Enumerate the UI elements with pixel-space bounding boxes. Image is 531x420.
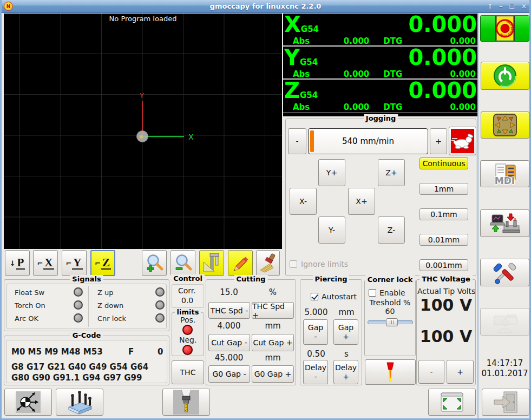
view-y-label: Y bbox=[72, 257, 82, 270]
thc-actual-volts: 100 V bbox=[417, 296, 475, 314]
torch-on-led bbox=[74, 300, 83, 310]
cut-gap-plus-button[interactable]: Cut Gap + bbox=[252, 334, 294, 351]
pierce-gap-plus-button[interactable]: Gap + bbox=[333, 319, 358, 345]
jog-x-minus-button[interactable]: X- bbox=[290, 188, 317, 215]
dro-row-z[interactable]: Z G54 0.000 Abs 0.000 DTG 0.000 bbox=[283, 80, 478, 113]
tool-change-icon bbox=[172, 390, 200, 415]
signals-divider bbox=[88, 286, 89, 327]
arrow-down-icon: ↓ bbox=[10, 259, 16, 267]
minimize-icon[interactable]: – bbox=[499, 3, 502, 10]
fullscreen-button[interactable] bbox=[428, 389, 476, 416]
jog-speed-value: 540 mm/min bbox=[342, 136, 394, 146]
jog-increment-continuous[interactable]: Continuous bbox=[419, 158, 468, 169]
threshold-slider[interactable] bbox=[368, 320, 413, 324]
zoom-out-icon bbox=[173, 253, 193, 273]
jog-z-plus-button[interactable]: Z+ bbox=[378, 159, 405, 186]
threshold-slider-handle[interactable] bbox=[386, 318, 398, 326]
dro-abs-value: 0.000 bbox=[310, 102, 369, 112]
g0-gap-plus-button[interactable]: G0 Gap + bbox=[252, 365, 294, 383]
user-settings-button[interactable] bbox=[480, 308, 529, 336]
touch-off-button[interactable] bbox=[4, 389, 52, 416]
clock-time: 14:17:17 bbox=[480, 358, 529, 369]
view-x-button[interactable]: ⌐ X bbox=[33, 250, 58, 276]
jog-y-minus-button[interactable]: Y- bbox=[318, 216, 345, 244]
view-y-button[interactable]: ⌐ Y bbox=[62, 250, 87, 276]
piercing-title: Piercing bbox=[313, 275, 350, 283]
titlebar[interactable]: N gmoccapy for linuxcnc 2.2.0 ↑ – ☐ ✕ bbox=[0, 0, 531, 13]
exit-icon bbox=[492, 390, 519, 414]
volts-plus-button[interactable]: + bbox=[447, 360, 474, 384]
gremlin-preview[interactable]: No Program loaded Y X bbox=[4, 14, 282, 249]
touch-off-icon bbox=[15, 390, 42, 414]
dro-system: G54 bbox=[300, 57, 318, 67]
jog-increment-0p1mm[interactable]: 0.1mm bbox=[419, 208, 468, 220]
autostart-checkbox[interactable] bbox=[311, 293, 318, 300]
jog-increment-0p001mm[interactable]: 0.001mm bbox=[419, 259, 468, 271]
exit-button[interactable] bbox=[482, 389, 529, 416]
view-z-button[interactable]: ⌐ Z bbox=[90, 250, 115, 276]
dro-system: G54 bbox=[300, 90, 318, 100]
cnr-lock-led bbox=[155, 313, 165, 323]
dro-panel[interactable]: X G54 0.000 Abs 0.000 DTG 0.000 Y G54 0.… bbox=[283, 14, 478, 116]
dro-axis-letter: Z bbox=[284, 80, 300, 101]
clear-plot-button[interactable] bbox=[256, 250, 280, 276]
ignore-limits-checkbox[interactable] bbox=[290, 260, 297, 268]
corner-lock-enable-checkbox[interactable] bbox=[369, 289, 376, 297]
jog-increment-0p01mm[interactable]: 0.01mm bbox=[419, 234, 468, 246]
autostart-label: Autostart bbox=[322, 292, 357, 301]
torch-button[interactable] bbox=[365, 359, 416, 385]
auto-mode-button[interactable] bbox=[480, 209, 529, 237]
touch-plate-button[interactable] bbox=[56, 389, 103, 416]
signal-label: Arc OK bbox=[15, 314, 38, 323]
settings-button[interactable] bbox=[480, 259, 529, 286]
z-up-led bbox=[155, 287, 165, 297]
corr-value: 0.0 bbox=[181, 296, 193, 305]
pencil-button[interactable] bbox=[228, 250, 253, 276]
estop-button[interactable]: Emergency-Stop bbox=[480, 15, 529, 42]
zoom-out-button[interactable] bbox=[171, 250, 195, 276]
close-icon[interactable]: ✕ bbox=[521, 3, 527, 10]
jog-speed-minus-button[interactable]: - bbox=[288, 128, 306, 154]
shade-icon[interactable]: ↑ bbox=[487, 3, 493, 10]
torch-icon bbox=[381, 362, 399, 383]
thc-speed-plus-button[interactable]: THC Spd + bbox=[252, 302, 294, 319]
jog-speed-slider[interactable]: 540 mm/min bbox=[308, 128, 428, 154]
jog-speed-handle[interactable] bbox=[310, 130, 314, 152]
jog-speed-plus-button[interactable]: + bbox=[430, 128, 447, 154]
dro-abs-value: 0.000 bbox=[310, 36, 369, 46]
minus-sign: - bbox=[314, 332, 317, 342]
pierce-delay-minus-button[interactable]: Delay - bbox=[303, 360, 328, 384]
pierce-delay-plus-button[interactable]: Delay + bbox=[333, 360, 358, 384]
dro-row-y[interactable]: Y G54 0.000 Abs 0.000 DTG 0.000 bbox=[283, 47, 478, 80]
view-p-button[interactable]: ↓ P bbox=[5, 250, 30, 276]
corner-lock-title: Corner lock bbox=[365, 275, 415, 284]
tool-change-button[interactable] bbox=[162, 389, 210, 416]
signal-label: Z down bbox=[97, 301, 123, 310]
jog-x-plus-button[interactable]: X+ bbox=[348, 188, 375, 215]
jog-pad-mode-button[interactable] bbox=[481, 111, 529, 139]
tick-icon: ⌐ bbox=[65, 259, 71, 267]
maximize-icon[interactable]: ☐ bbox=[509, 3, 515, 10]
cut-gap-minus-button[interactable]: Cut Gap - bbox=[208, 334, 250, 351]
machine-on-button[interactable] bbox=[481, 62, 529, 90]
g0-gap-minus-button[interactable]: G0 Gap - bbox=[208, 365, 250, 383]
thc-button[interactable]: THC bbox=[172, 360, 204, 384]
tick-icon: ⌐ bbox=[37, 259, 43, 267]
thc-speed-minus-button[interactable]: THC Spd - bbox=[208, 302, 250, 319]
turbo-jog-button[interactable] bbox=[449, 127, 476, 155]
jog-y-plus-button[interactable]: Y+ bbox=[318, 159, 345, 186]
threshold-label: Treshold % bbox=[365, 298, 415, 307]
volts-minus-button[interactable]: - bbox=[418, 360, 444, 384]
zoom-in-button[interactable] bbox=[142, 250, 167, 276]
dro-abs-label: Abs bbox=[293, 102, 310, 112]
control-title: Control bbox=[171, 274, 205, 283]
jog-z-minus-button[interactable]: Z- bbox=[378, 216, 405, 244]
mdi-mode-button[interactable]: MDI bbox=[480, 160, 529, 187]
dro-dtg-value: 0.000 bbox=[402, 102, 477, 112]
limits-title: limits bbox=[175, 308, 201, 316]
dimensions-button[interactable] bbox=[199, 250, 224, 276]
pierce-gap-minus-button[interactable]: Gap - bbox=[303, 319, 328, 345]
delay-word: Delay bbox=[305, 363, 326, 372]
jog-increment-1mm[interactable]: 1mm bbox=[419, 183, 468, 195]
dro-row-x[interactable]: X G54 0.000 Abs 0.000 DTG 0.000 bbox=[283, 14, 478, 47]
